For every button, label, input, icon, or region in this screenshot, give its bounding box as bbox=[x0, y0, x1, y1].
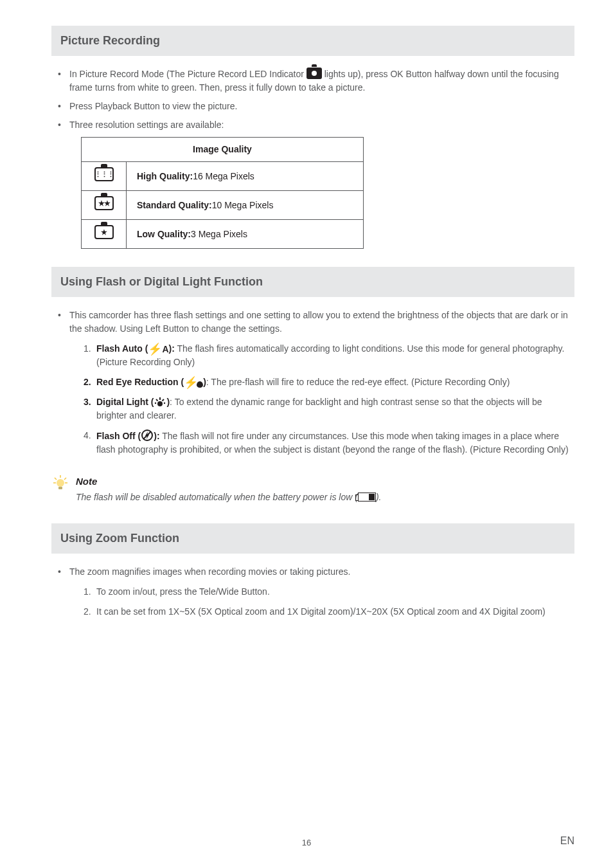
red-eye-label: Red Eye Reduction (⚡) bbox=[96, 377, 206, 387]
note-title: Note bbox=[76, 475, 381, 489]
flash-auto-label: Flash Auto (⚡): bbox=[96, 343, 175, 354]
table-row: ★ Low Quality:3 Mega Pixels bbox=[82, 220, 364, 249]
flash-item4-text: The flash will not fire under any circum… bbox=[96, 431, 569, 455]
pr-bullet-3: Three resolution settings are available: bbox=[55, 118, 574, 132]
quality-standard-icon: ★★ bbox=[94, 196, 114, 210]
iq-row2-r: 10 Mega Pixels bbox=[212, 200, 274, 210]
flash-item-4: 4. Flash Off (): The flash will not fire… bbox=[84, 429, 574, 457]
iq-row3-r: 3 Mega Pixels bbox=[191, 229, 247, 239]
svg-point-4 bbox=[155, 402, 156, 404]
svg-line-13 bbox=[55, 478, 57, 480]
flash-off-label: Flash Off (): bbox=[96, 431, 160, 441]
note-block: Note The flash will be disabled automati… bbox=[51, 475, 574, 504]
section-heading-picture: Picture Recording bbox=[51, 26, 574, 56]
zoom-intro-text: The zoom magnifies images when recording… bbox=[69, 566, 350, 577]
language-label: EN bbox=[560, 833, 574, 849]
svg-point-0 bbox=[157, 401, 163, 406]
svg-point-8 bbox=[57, 479, 64, 487]
flash-item-2: 2. Red Eye Reduction (⚡): The pre-flash … bbox=[84, 375, 574, 389]
flash-item2-text: : The pre-flash will fire to reduce the … bbox=[206, 377, 510, 387]
iq-row1-r: 16 Mega Pixels bbox=[193, 171, 254, 181]
svg-line-3 bbox=[163, 399, 164, 401]
zoom-intro: The zoom magnifies images when recording… bbox=[55, 565, 574, 619]
flash-intro: This camcorder has three flash settings … bbox=[55, 309, 574, 457]
iq-row1-b: High Quality: bbox=[137, 171, 193, 181]
table-row: ★★ Standard Quality:10 Mega Pixels bbox=[82, 191, 364, 220]
quality-high-icon: ⋮⋮⋮ bbox=[94, 167, 114, 181]
image-quality-table: Image Quality ⋮⋮⋮ High Quality:16 Mega P… bbox=[81, 137, 364, 249]
flash-auto-icon: ⚡ bbox=[148, 343, 168, 355]
red-eye-icon: ⚡ bbox=[184, 377, 203, 388]
digital-light-icon bbox=[154, 397, 166, 407]
section-heading-zoom: Using Zoom Function bbox=[51, 523, 574, 554]
zoom-item-2: 2.It can be set from 1X~5X (5X Optical z… bbox=[84, 605, 574, 619]
svg-rect-9 bbox=[58, 487, 62, 489]
svg-point-5 bbox=[164, 402, 165, 404]
flash-item-1: 1. Flash Auto (⚡): The flash fires autom… bbox=[84, 342, 574, 369]
flash-off-icon bbox=[141, 429, 154, 442]
iq-header: Image Quality bbox=[82, 138, 364, 162]
quality-low-icon: ★ bbox=[94, 225, 114, 239]
note-lightbulb-icon bbox=[51, 475, 69, 493]
iq-row2-b: Standard Quality: bbox=[137, 200, 212, 210]
pr-bullet-2: Press Playback Button to view the pictur… bbox=[55, 100, 574, 113]
table-row: ⋮⋮⋮ High Quality:16 Mega Pixels bbox=[82, 162, 364, 191]
zoom-body: The zoom magnifies images when recording… bbox=[51, 565, 574, 619]
zoom-item-1: 1.To zoom in/out, press the Tele/Wide Bu… bbox=[84, 585, 574, 599]
iq-row3-b: Low Quality: bbox=[137, 229, 191, 239]
flash-item-3: 3. Digital Light (): To extend the dynam… bbox=[84, 395, 574, 422]
section-heading-flash: Using Flash or Digital Light Function bbox=[51, 267, 574, 297]
picture-recording-body: In Picture Record Mode (The Picture Reco… bbox=[51, 68, 574, 249]
pr-b1-text-a: In Picture Record Mode (The Picture Reco… bbox=[69, 69, 306, 79]
digital-light-label: Digital Light () bbox=[96, 397, 170, 407]
page-footer: 16 EN bbox=[0, 836, 613, 849]
note-text: The flash will be disabled automatically… bbox=[76, 491, 381, 504]
pr-bullet-1: In Picture Record Mode (The Picture Reco… bbox=[55, 68, 574, 95]
svg-line-2 bbox=[156, 399, 158, 401]
svg-line-14 bbox=[64, 478, 66, 480]
flash-body: This camcorder has three flash settings … bbox=[51, 309, 574, 457]
flash-intro-text: This camcorder has three flash settings … bbox=[69, 310, 568, 334]
camera-led-icon bbox=[306, 68, 322, 79]
battery-low-icon bbox=[358, 493, 376, 502]
page-number: 16 bbox=[39, 836, 574, 849]
